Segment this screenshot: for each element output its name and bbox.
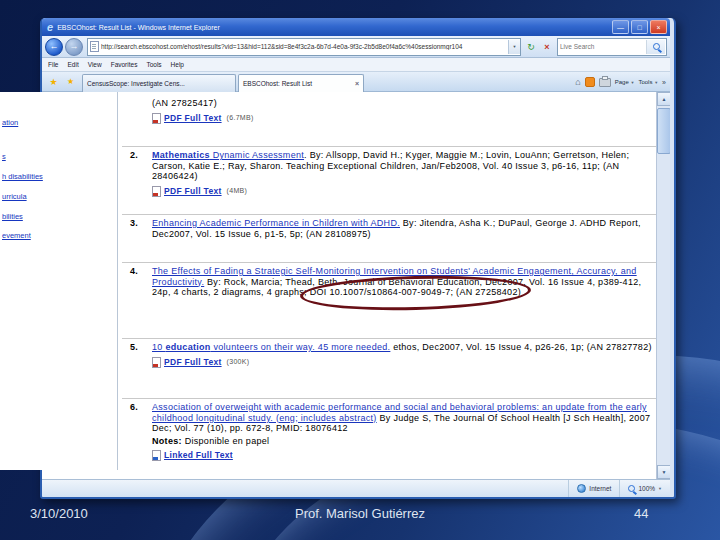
result-meta: ethos, Dec2007, Vol. 15 Issue 4, p26-26,… [390, 342, 651, 352]
result-item: 4. The Effects of Fading a Strategic Sel… [122, 262, 656, 298]
pdf-icon [152, 186, 161, 197]
pdf-full-text-link[interactable]: PDF Full Text [164, 113, 222, 124]
file-size: (6.7MB) [227, 113, 254, 124]
sidebar-link[interactable]: urricula [2, 192, 27, 201]
search-box [557, 38, 667, 56]
scrollbar-thumb[interactable] [657, 108, 670, 154]
result-item: 5. 10 education volunteers on their way.… [122, 338, 656, 368]
close-button[interactable]: × [650, 20, 667, 34]
zoom-icon [628, 485, 635, 492]
tab-ebscohost[interactable]: EBSCOhost: Result List × [238, 74, 364, 92]
sidebar-link[interactable]: ation [2, 118, 18, 127]
address-dropdown-icon[interactable]: ▼ [508, 40, 520, 54]
result-item: 3. Enhancing Academic Performance in Chi… [122, 214, 656, 239]
status-bar: Internet 100% ▼ [42, 479, 670, 497]
tab-close-icon[interactable]: × [351, 80, 359, 87]
print-button[interactable] [599, 78, 611, 87]
result-number: 2. [130, 150, 138, 161]
pdf-full-text-link[interactable]: PDF Full Text [164, 357, 222, 368]
menu-file[interactable]: File [46, 61, 63, 68]
pdf-icon [152, 357, 161, 368]
result-number: 6. [130, 402, 138, 413]
results-left-panel: ation s h disabilities urricula bilities… [0, 92, 118, 470]
search-button[interactable] [646, 40, 665, 54]
linked-full-text-icon [152, 450, 161, 461]
chevron-down-icon: ▼ [658, 486, 662, 491]
window-title: EBSCOhost: Result List - Windows Interne… [57, 24, 610, 31]
result-meta: (AN 27825417) [152, 98, 217, 108]
chevron-down-icon: ▼ [630, 80, 634, 85]
result-number: 3. [130, 218, 138, 229]
vertical-scrollbar[interactable]: ▲ ▼ [656, 92, 670, 479]
menu-view[interactable]: View [86, 61, 107, 68]
result-title-link[interactable]: Enhancing Academic Performance in Childr… [152, 218, 400, 228]
slide: e EBSCOhost: Result List - Windows Inter… [0, 0, 720, 540]
address-bar[interactable]: http://search.ebscohost.com/ehost/result… [87, 38, 521, 56]
chevron-down-icon: ▼ [654, 80, 658, 85]
sidebar-link[interactable]: s [2, 152, 6, 161]
page-menu-button[interactable]: Page ▼ [615, 79, 635, 85]
menu-help[interactable]: Help [169, 61, 189, 68]
scroll-up-button[interactable]: ▲ [657, 92, 670, 106]
menu-edit[interactable]: Edit [65, 61, 83, 68]
forward-button[interactable]: → [65, 38, 83, 56]
browser-window: e EBSCOhost: Result List - Windows Inter… [40, 18, 676, 499]
navigation-bar: ← → http://search.ebscohost.com/ehost/re… [42, 36, 670, 58]
result-item: 6. Association of overweight with academ… [122, 398, 656, 461]
footer-author: Prof. Marisol Gutiérrez [0, 506, 720, 521]
menu-bar: File Edit View Favorites Tools Help [42, 58, 670, 72]
tab-bar: ★ ★ CensusScope: Investigate Cens... EBS… [42, 72, 670, 92]
home-button[interactable]: ⌂ [575, 74, 580, 90]
zoom-level: 100% [638, 485, 655, 492]
tools-menu-button[interactable]: Tools ▼ [638, 79, 658, 85]
sidebar-link[interactable]: h disabilities [2, 172, 43, 181]
result-number: 4. [130, 266, 138, 277]
favorites-center-button[interactable]: ★ [46, 75, 61, 89]
url-text: http://search.ebscohost.com/ehost/result… [101, 43, 508, 50]
ie-logo-icon: e [47, 22, 53, 33]
search-input[interactable] [558, 43, 646, 50]
toolbar-overflow-chevron[interactable]: » [662, 79, 666, 86]
page-content: (AN 27825417) PDF Full Text (6.7MB) 2. M… [42, 92, 670, 479]
globe-icon [577, 484, 586, 493]
zoom-control[interactable]: 100% ▼ [619, 480, 670, 497]
result-title-link[interactable]: 10 education volunteers on their way. 45… [152, 342, 390, 352]
maximize-button[interactable]: □ [631, 20, 648, 34]
tab-censusscope[interactable]: CensusScope: Investigate Cens... [82, 74, 236, 92]
result-item-partial: (AN 27825417) PDF Full Text (6.7MB) [122, 98, 656, 124]
file-size: (4MB) [227, 186, 248, 197]
refresh-button[interactable]: ↻ [523, 38, 539, 56]
minimize-button[interactable]: — [612, 20, 629, 34]
stop-button[interactable]: × [539, 38, 555, 56]
menu-tools[interactable]: Tools [144, 61, 166, 68]
result-title-link[interactable]: Mathematics Dynamic Assessment [152, 150, 304, 160]
sidebar-link[interactable]: evement [2, 231, 31, 240]
security-zone: Internet [568, 480, 619, 497]
menu-favorites[interactable]: Favorites [109, 61, 143, 68]
sidebar-link[interactable]: bilities [2, 212, 23, 221]
linked-full-text-link[interactable]: Linked Full Text [164, 450, 233, 461]
title-bar: e EBSCOhost: Result List - Windows Inter… [42, 18, 670, 36]
slide-number: 44 [634, 506, 648, 521]
scroll-down-button[interactable]: ▼ [657, 465, 670, 479]
feeds-button[interactable] [585, 77, 595, 87]
search-icon [653, 43, 660, 50]
annotation-ellipse: DOI 10.1007/s10864-007-9049-7; (AN 27258… [310, 287, 521, 297]
result-item: 2. Mathematics Dynamic Assessment. By: A… [122, 146, 656, 197]
zone-label: Internet [589, 485, 611, 492]
pdf-icon [152, 113, 161, 124]
result-number: 5. [130, 342, 138, 353]
command-bar: ⌂ Page ▼ Tools ▼ » [575, 74, 666, 90]
notes-value: Disponible en papel [185, 436, 270, 446]
pdf-full-text-link[interactable]: PDF Full Text [164, 186, 222, 197]
add-favorite-button[interactable]: ★ [63, 75, 78, 89]
page-icon [90, 41, 99, 52]
file-size: (300K) [227, 357, 250, 368]
notes-label: Notes: [152, 436, 182, 446]
back-button[interactable]: ← [45, 38, 63, 56]
